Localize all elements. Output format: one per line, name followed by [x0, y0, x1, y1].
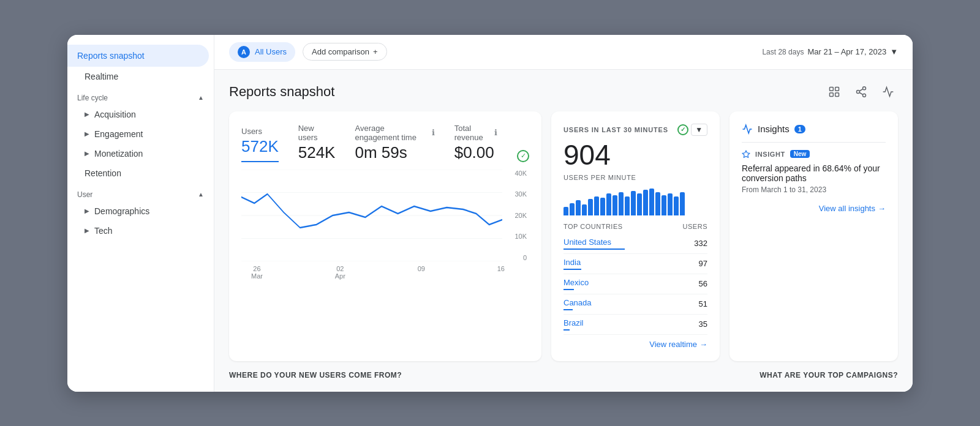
country-us-link[interactable]: United States [564, 237, 625, 247]
realtime-card: USERS IN LAST 30 MINUTES ✓ ▼ 904 USERS P… [551, 111, 720, 361]
country-row-brazil: Brazil 35 [564, 315, 707, 335]
main-chart-card: Users 572K New users 524K Av [229, 111, 541, 361]
svg-rect-0 [830, 87, 834, 91]
country-us-bar [564, 248, 625, 250]
users-value: 572K [241, 137, 279, 156]
avg-engagement-value: 0m 59s [355, 143, 434, 162]
countries-table: TOP COUNTRIES USERS United States 332 [564, 223, 707, 335]
bottom-left-label: WHERE DO YOUR NEW USERS COME FROM? [229, 371, 402, 379]
new-users-metric[interactable]: New users 524K [298, 124, 336, 162]
total-revenue-value: $0.00 [454, 143, 497, 162]
cards-row: Users 572K New users 524K Av [229, 111, 898, 361]
country-brazil-count: 35 [699, 320, 707, 329]
country-row-india: India 97 [564, 254, 707, 274]
view-all-insights-link[interactable]: View all insights → [742, 204, 886, 213]
realtime-bar [588, 199, 593, 215]
bottom-right-label: WHAT ARE YOUR TOP CAMPAIGNS? [760, 371, 898, 379]
insight-date: From March 1 to 31, 2023 [742, 185, 886, 194]
plus-icon: + [373, 47, 378, 56]
realtime-bar [655, 192, 660, 215]
main-content: A All Users Add comparison + Last 28 day… [214, 35, 913, 392]
insights-card: Insights 1 INSIGHT New Referral appeared… [729, 111, 898, 361]
country-brazil-link[interactable]: Brazil [564, 318, 584, 327]
sidebar-item-tech[interactable]: ▶ Tech [67, 221, 214, 241]
share-button[interactable] [851, 82, 871, 102]
realtime-bar [674, 196, 679, 215]
country-brazil-bar [564, 329, 570, 331]
realtime-bar [594, 196, 599, 215]
countries-table-header: TOP COUNTRIES USERS [564, 223, 707, 230]
insight-star-icon [742, 150, 750, 159]
country-india-link[interactable]: India [564, 258, 581, 267]
realtime-active-icon: ✓ [677, 124, 688, 135]
avg-engagement-metric[interactable]: Average engagement time ℹ 0m 59s [355, 124, 434, 162]
total-revenue-metric[interactable]: Total revenue ℹ $0.00 [454, 124, 497, 162]
chart-area: 40K 30K 20K 10K 0 26 Mar [241, 170, 529, 280]
country-us-count: 332 [694, 239, 707, 248]
svg-line-5 [859, 89, 863, 91]
realtime-bar [662, 195, 666, 215]
sidebar-item-engagement[interactable]: ▶ Engagement [67, 124, 214, 144]
country-row-us: United States 332 [564, 234, 707, 254]
realtime-bar [570, 203, 575, 215]
svg-rect-1 [835, 87, 839, 91]
realtime-dropdown[interactable]: ▼ [691, 124, 707, 136]
realtime-bar [582, 204, 587, 215]
country-canada-bar [564, 309, 573, 310]
page-title-row: Reports snapshot [229, 82, 898, 102]
sidebar-item-realtime[interactable]: Realtime [67, 67, 214, 86]
realtime-bar [564, 207, 568, 215]
all-users-chip[interactable]: A All Users [229, 42, 295, 62]
users-metric[interactable]: Users 572K [241, 127, 279, 162]
country-row-canada: Canada 51 [564, 294, 707, 315]
active-check-icon: ✓ [517, 150, 529, 162]
sidebar-item-demographics[interactable]: ▶ Demographics [67, 201, 214, 221]
country-row-mexico: Mexico 56 [564, 274, 707, 294]
user-chevron[interactable]: ▲ [198, 191, 204, 198]
sidebar-item-acquisition[interactable]: ▶ Acquisition [67, 105, 214, 124]
realtime-bar [600, 198, 605, 215]
arrow-right-icon: → [699, 340, 707, 349]
title-actions [824, 82, 898, 102]
page-title: Reports snapshot [229, 84, 334, 100]
add-comparison-button[interactable]: Add comparison + [303, 43, 387, 61]
date-range-selector[interactable]: Last 28 days Mar 21 – Apr 17, 2023 ▼ [762, 47, 898, 56]
customize-report-button[interactable] [824, 82, 844, 102]
line-chart [241, 170, 502, 261]
country-mexico-count: 56 [699, 279, 707, 288]
svg-rect-3 [835, 92, 839, 96]
insights-icon [742, 124, 753, 135]
insights-graph-button[interactable] [878, 82, 898, 102]
demographics-chevron-icon: ▶ [85, 207, 89, 214]
country-mexico-link[interactable]: Mexico [564, 278, 589, 287]
insight-text: Referral appeared in 68.64% of your conv… [742, 163, 886, 183]
country-canada-link[interactable]: Canada [564, 298, 592, 307]
sidebar-item-retention[interactable]: Retention [67, 163, 214, 183]
date-range-chevron-icon: ▼ [890, 47, 898, 56]
sidebar-item-monetization[interactable]: ▶ Monetization [67, 144, 214, 163]
realtime-bar [576, 200, 581, 215]
realtime-bar [637, 193, 642, 215]
content-area: Reports snapshot [214, 70, 913, 392]
country-india-bar [564, 269, 581, 270]
x-label-16: 16 [497, 265, 505, 280]
realtime-bar [631, 191, 636, 215]
x-label-09: 09 [418, 265, 425, 280]
insights-title: Insights [758, 124, 790, 134]
sidebar-section-lifecycle: Life cycle ▲ [67, 86, 214, 105]
total-revenue-info-icon[interactable]: ℹ [494, 128, 497, 137]
realtime-bar [619, 192, 624, 215]
monetization-chevron-icon: ▶ [85, 150, 89, 157]
avg-engagement-info-icon[interactable]: ℹ [432, 128, 435, 137]
lifecycle-chevron[interactable]: ▲ [198, 94, 204, 101]
bottom-section-labels: WHERE DO YOUR NEW USERS COME FROM? WHAT … [229, 361, 898, 379]
tech-chevron-icon: ▶ [85, 227, 89, 234]
metrics-row: Users 572K New users 524K Av [241, 124, 529, 162]
realtime-title: USERS IN LAST 30 MINUTES ✓ ▼ [564, 124, 707, 136]
sidebar-item-reports-snapshot[interactable]: Reports snapshot [67, 45, 209, 67]
avatar: A [238, 46, 250, 58]
acquisition-chevron-icon: ▶ [85, 111, 89, 118]
view-realtime-link[interactable]: View realtime → [564, 340, 707, 349]
chart-x-labels: 26 Mar 02 Apr 09 16 [251, 265, 505, 280]
realtime-bar [606, 193, 611, 215]
